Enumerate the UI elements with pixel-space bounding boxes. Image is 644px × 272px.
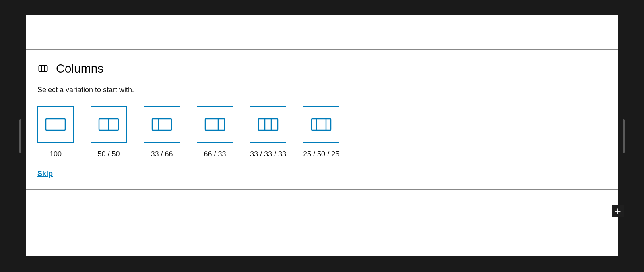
block-instructions: Select a variation to start with. — [37, 86, 607, 94]
variation-label: 33 / 33 / 33 — [250, 150, 286, 158]
variations-row: 100 50 / 50 33 / 66 — [37, 106, 607, 158]
svg-rect-6 — [152, 119, 171, 130]
resize-handle-right[interactable] — [623, 119, 625, 153]
block-header: Columns — [37, 62, 607, 75]
variation-icon-100 — [37, 106, 74, 143]
skip-link[interactable]: Skip — [37, 170, 53, 178]
svg-rect-3 — [46, 119, 65, 130]
empty-block-top[interactable] — [26, 15, 618, 50]
variation-icon-66-33 — [197, 106, 233, 143]
svg-rect-13 — [312, 119, 331, 130]
variation-label: 33 / 66 — [151, 150, 173, 158]
variation-icon-33-66 — [144, 106, 180, 143]
resize-handle-left[interactable] — [19, 119, 21, 153]
variation-label: 100 — [50, 150, 62, 158]
variation-33-66[interactable]: 33 / 66 — [144, 106, 180, 158]
variation-icon-25-50-25 — [303, 106, 339, 143]
variation-100[interactable]: 100 — [37, 106, 74, 158]
columns-block-placeholder: Columns Select a variation to start with… — [26, 50, 618, 190]
variation-label: 25 / 50 / 25 — [303, 150, 339, 158]
columns-icon — [37, 63, 49, 74]
variation-icon-33-33-33 — [250, 106, 286, 143]
variation-icon-50-50 — [91, 106, 127, 143]
svg-rect-10 — [258, 119, 278, 130]
svg-rect-8 — [205, 119, 225, 130]
variation-label: 66 / 33 — [204, 150, 226, 158]
variation-66-33[interactable]: 66 / 33 — [197, 106, 233, 158]
variation-label: 50 / 50 — [97, 150, 120, 158]
variation-33-33-33[interactable]: 33 / 33 / 33 — [250, 106, 286, 158]
block-title: Columns — [56, 62, 103, 75]
svg-rect-0 — [39, 66, 47, 71]
variation-50-50[interactable]: 50 / 50 — [91, 106, 127, 158]
editor-canvas: Columns Select a variation to start with… — [26, 15, 618, 256]
empty-block-bottom[interactable] — [26, 190, 618, 256]
add-block-button[interactable] — [612, 205, 624, 217]
variation-25-50-25[interactable]: 25 / 50 / 25 — [303, 106, 339, 158]
